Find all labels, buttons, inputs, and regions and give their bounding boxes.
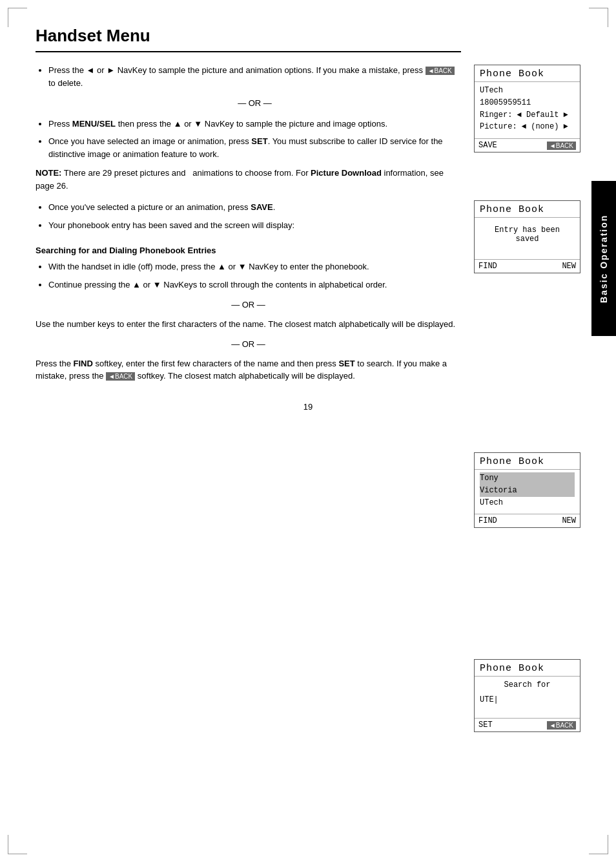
number-keys-text: Use the number keys to enter the first c… [36,318,461,331]
corner-br [589,835,608,854]
phone-screen-1: Phone Book UTech 18005959511 Ringer: ◄ D… [474,65,580,152]
ps2-footer: FIND NEW [475,259,580,273]
ps2-title: Phone Book [475,201,580,218]
ps4-row-1: Search for [480,679,575,691]
ps3-row-1: Tony [480,472,575,485]
ps3-row-3: UTech [480,497,575,509]
corner-bl [8,835,27,854]
nav-up-3: ▲ [132,280,141,289]
nav-left-icon: ◄ [87,65,95,75]
menu-sel-label: MENU/SEL [72,119,116,129]
ps2-new: NEW [562,262,576,271]
page-number: 19 [0,402,616,412]
corner-tl [8,8,27,27]
or-line-2: — OR — [36,338,461,351]
save-bullet-1: Once you've selected a picture or an ani… [48,201,461,214]
content-area: Handset Menu Press the ◄ or ► NavKey to … [36,26,474,383]
search-bullets: With the handset in idle (off) mode, pre… [36,260,461,291]
nav-down-3: ▼ [153,280,161,289]
search-heading: Searching for and Dialing Phonebook Entr… [36,246,461,255]
phone-screen-4: Phone Book Search for UTE| SET ◄BACK [474,659,580,732]
nav-right-icon: ► [107,65,115,75]
ps4-title: Phone Book [475,660,580,677]
ps3-find: FIND [478,516,497,525]
title-rule [36,51,461,52]
bullet-1: Press the ◄ or ► NavKey to sample the pi… [48,64,461,110]
ps1-save: SAVE [478,141,497,150]
phone-screen-2: Phone Book Entry has beensaved FIND NEW [474,200,580,273]
back-badge-1: ◄BACK [426,67,455,75]
note-block: NOTE: There are 29 preset pictures and a… [36,167,461,192]
ps1-footer: SAVE ◄BACK [475,138,580,152]
ps1-row-4: Picture: ◄ (none) ► [480,121,575,133]
ps1-title: Phone Book [475,65,580,82]
or-line-inline: — OR — [48,97,461,110]
bullet-3: Once you have selected an image or anima… [48,135,461,160]
ps4-set: SET [478,720,493,730]
or-line-1: — OR — [36,299,461,311]
intro-bullets: Press the ◄ or ► NavKey to sample the pi… [36,64,461,160]
nav-up-2: ▲ [218,262,226,271]
page-title: Handset Menu [36,26,461,46]
save-label: SAVE [251,202,272,212]
nav-up-icon: ▲ [174,119,182,129]
ps4-body: Search for UTE| [475,677,580,715]
ps4-row-2: UTE| [480,694,575,706]
ps3-new: NEW [562,516,576,525]
ps3-body: Tony Victoria UTech [475,470,580,511]
picture-download-label: Picture Download [311,168,382,178]
side-tab: Basic Operation [591,181,616,336]
ps1-row-1: UTech [480,85,575,97]
set-label: SET [251,136,267,146]
ps2-find: FIND [478,262,497,271]
phone-screen-3: Phone Book Tony Victoria UTech FIND NEW [474,452,580,528]
ps2-body: Entry has beensaved [475,218,580,257]
search-bullet-2: Continue pressing the ▲ or ▼ NavKeys to … [48,279,461,291]
save-bullets: Once you've selected a picture or an ani… [36,201,461,231]
back-badge-2: ◄BACK [106,372,135,381]
ps2-centered: Entry has beensaved [480,220,575,249]
nav-down-2: ▼ [238,262,247,271]
ps3-title: Phone Book [475,453,580,470]
save-bullet-2: Your phonebook entry has been saved and … [48,219,461,232]
note-label: NOTE: [36,168,61,178]
ps1-body: UTech 18005959511 Ringer: ◄ Default ► Pi… [475,82,580,136]
page: Basic Operation Handset Menu Press the ◄… [0,0,616,862]
ps3-row-2: Victoria [480,485,575,497]
ps1-row-3: Ringer: ◄ Default ► [480,109,575,121]
ps1-row-2: 18005959511 [480,97,575,109]
ps4-footer: SET ◄BACK [475,718,580,731]
nav-down-icon: ▼ [194,119,202,129]
bullet-2: Press MENU/SEL then press the ▲ or ▼ Nav… [48,118,461,131]
find-label: FIND [74,359,93,368]
find-text: Press the FIND softkey, enter the first … [36,357,461,383]
search-bullet-1: With the handset in idle (off) mode, pre… [48,260,461,273]
ps1-back: ◄BACK [547,142,576,150]
ps3-footer: FIND NEW [475,514,580,527]
set-label-2: SET [338,359,354,368]
corner-tr [589,8,608,27]
ps4-back: ◄BACK [547,721,576,730]
